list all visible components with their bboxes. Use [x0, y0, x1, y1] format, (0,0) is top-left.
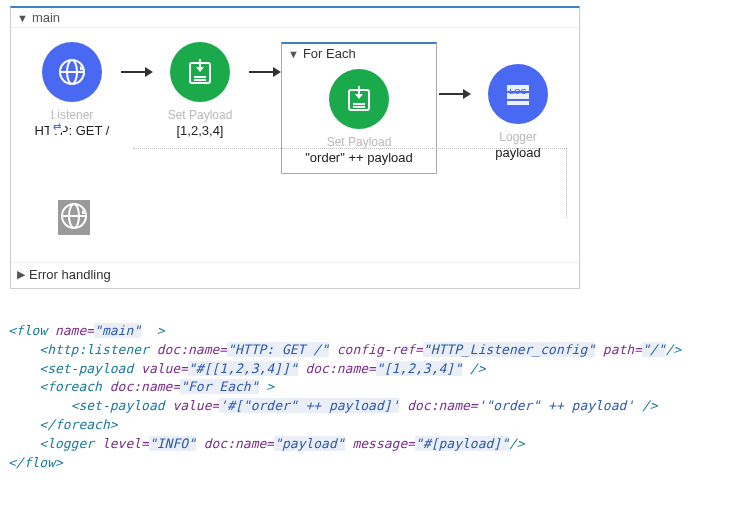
globe-icon: [42, 42, 102, 102]
arrow-icon: [119, 42, 153, 102]
xml-source: <flow name="main" > <http:listener doc:n…: [8, 303, 742, 473]
arrow-icon: [247, 42, 281, 102]
svg-rect-22: [507, 101, 529, 105]
foreach-header[interactable]: ▼ For Each: [282, 44, 436, 65]
listener-node[interactable]: ⇄ Listener HTTP: GET /: [25, 42, 119, 138]
listener-caption: HTTP: GET /: [35, 123, 110, 138]
error-handling-label: Error handling: [29, 267, 111, 282]
response-node[interactable]: [25, 200, 123, 235]
connector-badge-icon: ⇄: [49, 118, 65, 134]
set-payload-node[interactable]: Set Payload [1,2,3,4]: [153, 42, 247, 138]
flow-name: main: [32, 10, 60, 25]
arrow-icon: [437, 64, 471, 124]
svg-text:LOG: LOG: [509, 87, 526, 96]
response-row: [11, 182, 579, 262]
error-handling-header[interactable]: ▶ Error handling: [11, 262, 579, 288]
document-download-icon: [329, 69, 389, 129]
log-icon: LOG: [488, 64, 548, 124]
svg-marker-10: [196, 67, 204, 72]
svg-marker-17: [355, 94, 363, 99]
svg-marker-12: [273, 67, 281, 77]
foreach-inner-label: Set Payload: [327, 135, 392, 149]
collapse-icon[interactable]: ▼: [17, 12, 28, 24]
set-payload-label: Set Payload: [168, 108, 233, 122]
document-download-icon: [170, 42, 230, 102]
globe-icon: [58, 200, 90, 235]
flow-canvas: ▼ main ⇄ Listener HTTP: GET /: [10, 6, 580, 289]
svg-marker-5: [145, 67, 153, 77]
logger-node[interactable]: LOG Logger payload: [471, 64, 565, 160]
svg-marker-19: [463, 89, 471, 99]
collapse-icon[interactable]: ▼: [288, 48, 299, 60]
set-payload-caption: [1,2,3,4]: [177, 123, 224, 138]
return-path: [133, 148, 567, 218]
logger-label: Logger: [499, 130, 536, 144]
foreach-title: For Each: [303, 46, 356, 61]
flow-header[interactable]: ▼ main: [11, 8, 579, 28]
expand-icon[interactable]: ▶: [17, 268, 25, 281]
